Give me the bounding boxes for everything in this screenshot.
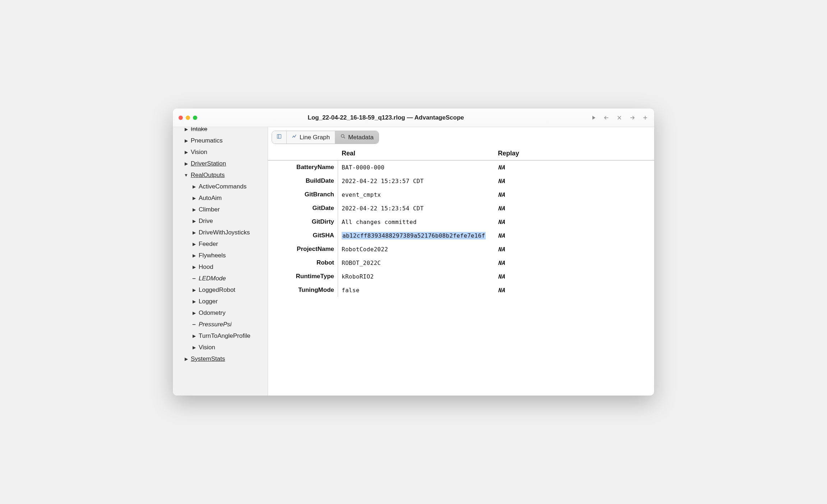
metadata-table: BatteryNameBAT-0000-000NABuildDate2022-0… [268, 160, 654, 396]
chevron-right-icon: ▶ [184, 161, 189, 166]
leaf-icon: – [191, 275, 197, 282]
sidebar-item-label: Flywheels [199, 252, 226, 259]
metadata-real-value[interactable]: ROBOT_2022C [338, 258, 494, 268]
metadata-real-value[interactable]: BAT-0000-000 [338, 163, 494, 172]
sidebar-item[interactable]: ▶AutoAim [173, 192, 268, 204]
sidebar-item-label: ActiveCommands [199, 183, 246, 190]
sidebar-item[interactable]: ▶DriverStation [173, 158, 268, 169]
columns-header: Real Replay [268, 150, 654, 160]
metadata-key: TuningMode [268, 283, 338, 297]
sidebar-item-label: Feeder [199, 241, 218, 248]
tab-line-graph[interactable]: Line Graph [287, 131, 335, 144]
sidebar-item-label: Drive [199, 218, 213, 225]
sidebar-item-label: Odometry [199, 309, 226, 317]
sidebar-item-label: AutoAim [199, 195, 222, 202]
title-actions [590, 115, 648, 121]
metadata-real-value[interactable]: event_cmptx [338, 190, 494, 200]
sidebar-item[interactable]: –PressurePsi [173, 319, 268, 330]
col-header-real: Real [338, 150, 494, 160]
sidebar-item[interactable]: ▶Odometry [173, 307, 268, 319]
arrow-left-icon[interactable] [603, 115, 610, 121]
metadata-real-value[interactable]: kRoboRIO2 [338, 272, 494, 281]
metadata-key: BatteryName [268, 160, 338, 174]
metadata-real-value[interactable]: ab12cff8393488297389a52176b08b2fefe7e16f [338, 231, 494, 241]
metadata-replay-value[interactable]: NA [494, 272, 654, 281]
sidebar-item[interactable]: ▶Climber [173, 204, 268, 215]
chevron-right-icon: ▶ [191, 345, 197, 350]
sidebar[interactable]: ▶Intake▶Pneumatics▶Vision▶DriverStation▼… [173, 127, 268, 396]
metadata-real-value[interactable]: RobotCode2022 [338, 244, 494, 254]
metadata-replay-value[interactable]: NA [494, 285, 654, 295]
highlighted-text: ab12cff8393488297389a52176b08b2fefe7e16f [342, 232, 486, 239]
chevron-right-icon: ▶ [191, 207, 197, 212]
sidebar-item[interactable]: ▶Pneumatics [173, 135, 268, 146]
sidebar-item[interactable]: ▼RealOutputs [173, 169, 268, 181]
chevron-right-icon: ▶ [191, 219, 197, 224]
sidebar-item-label: SystemStats [191, 355, 225, 363]
sidebar-item[interactable]: ▶Flywheels [173, 250, 268, 261]
metadata-replay-value[interactable]: NA [494, 176, 654, 186]
metadata-row: ProjectNameRobotCode2022NA [268, 242, 654, 256]
col-key-spacer [268, 150, 338, 160]
chevron-right-icon: ▶ [184, 138, 189, 143]
metadata-real-value[interactable]: All changes committed [338, 217, 494, 227]
metadata-replay-value[interactable]: NA [494, 163, 654, 172]
metadata-key: ProjectName [268, 242, 338, 256]
sidebar-item[interactable]: –LEDMode [173, 273, 268, 284]
sidebar-item[interactable]: ▶Feeder [173, 238, 268, 250]
metadata-replay-value[interactable]: NA [494, 204, 654, 213]
sidebar-item[interactable]: ▶TurnToAngleProfile [173, 330, 268, 342]
chevron-right-icon: ▶ [191, 184, 197, 189]
sidebar-item[interactable]: ▶Vision [173, 342, 268, 353]
sidebar-item[interactable]: ▶ActiveCommands [173, 181, 268, 192]
tab-label: Metadata [348, 134, 374, 141]
chevron-right-icon: ▶ [191, 311, 197, 316]
sidebar-item[interactable]: ▶Logger [173, 296, 268, 307]
window-body: ▶Intake▶Pneumatics▶Vision▶DriverStation▼… [173, 127, 654, 396]
metadata-key: BuildDate [268, 174, 338, 188]
tab-bar: Line Graph Metadata [268, 127, 654, 144]
tab-book[interactable] [272, 131, 287, 144]
chevron-right-icon: ▶ [184, 356, 189, 361]
metadata-key: GitDirty [268, 215, 338, 229]
search-icon [340, 134, 346, 141]
sidebar-item[interactable]: ▶Drive [173, 215, 268, 227]
sidebar-item[interactable]: ▶SystemStats [173, 353, 268, 365]
sidebar-item[interactable]: ▶Intake [173, 127, 268, 135]
metadata-real-value[interactable]: false [338, 285, 494, 295]
titlebar: Log_22-04-22_16-18-59_q123.rlog — Advant… [173, 108, 654, 127]
sidebar-item-label: Logger [199, 298, 218, 305]
chevron-right-icon: ▶ [184, 150, 189, 155]
metadata-key: Robot [268, 256, 338, 270]
chevron-right-icon: ▶ [191, 299, 197, 304]
metadata-replay-value[interactable]: NA [494, 244, 654, 254]
sidebar-item[interactable]: ▶LoggedRobot [173, 284, 268, 296]
sidebar-item[interactable]: ▶Vision [173, 146, 268, 158]
close-icon[interactable] [616, 115, 623, 121]
sidebar-item[interactable]: ▶DriveWithJoysticks [173, 227, 268, 238]
col-header-replay: Replay [494, 150, 654, 160]
play-icon[interactable] [590, 115, 597, 121]
metadata-replay-value[interactable]: NA [494, 258, 654, 268]
metadata-real-value[interactable]: 2022-04-22 15:23:54 CDT [338, 204, 494, 213]
tab-metadata[interactable]: Metadata [335, 131, 379, 144]
metadata-replay-value[interactable]: NA [494, 231, 654, 241]
book-icon [276, 134, 282, 141]
main-panel: Line Graph Metadata Real Replay BatteryN… [268, 127, 654, 396]
metadata-replay-value[interactable]: NA [494, 190, 654, 200]
metadata-key: RuntimeType [268, 270, 338, 283]
plus-icon[interactable] [642, 115, 648, 121]
arrow-right-icon[interactable] [629, 115, 636, 121]
sidebar-item-label: Vision [191, 149, 207, 156]
chevron-right-icon: ▶ [191, 253, 197, 258]
metadata-row: RobotROBOT_2022CNA [268, 256, 654, 270]
metadata-replay-value[interactable]: NA [494, 217, 654, 227]
metadata-row: RuntimeTypekRoboRIO2NA [268, 270, 654, 283]
metadata-row: TuningModefalseNA [268, 283, 654, 297]
metadata-real-value[interactable]: 2022-04-22 15:23:57 CDT [338, 176, 494, 186]
sidebar-item[interactable]: ▶Hood [173, 261, 268, 273]
metadata-row: BatteryNameBAT-0000-000NA [268, 160, 654, 174]
sidebar-item-label: TurnToAngleProfile [199, 332, 250, 340]
chevron-right-icon: ▶ [191, 288, 197, 293]
sidebar-item-label: Hood [199, 263, 213, 271]
